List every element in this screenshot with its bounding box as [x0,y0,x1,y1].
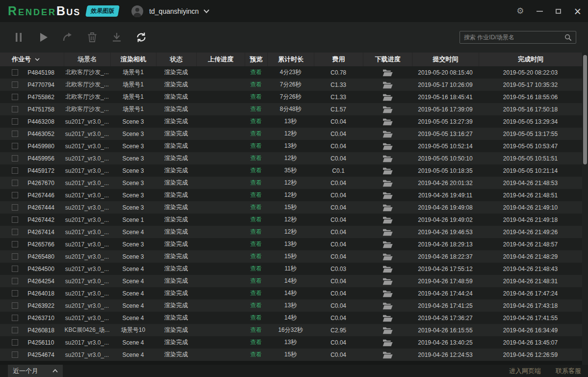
vertical-scrollbar[interactable] [582,53,588,365]
download-folder-button[interactable] [363,115,412,128]
row-checkbox[interactable] [12,69,18,76]
download-folder-button[interactable] [363,336,412,349]
preview-link[interactable]: 查看 [250,68,262,77]
preview-link[interactable]: 查看 [250,191,262,199]
maximize-button[interactable] [556,9,561,14]
download-folder-button[interactable] [363,250,412,263]
preview-link[interactable]: 查看 [250,93,262,101]
open-web-link[interactable]: 进入网页端 [509,367,541,376]
preview-link[interactable]: 查看 [250,265,262,273]
download-folder-button[interactable] [363,214,412,226]
download-folder-button[interactable] [363,189,412,201]
download-folder-button[interactable] [363,164,412,177]
row-checkbox[interactable] [12,216,18,223]
table-row[interactable]: P4265480su2017_vr3.0_...Scene 3渲染完成查看15秒… [0,250,582,263]
row-checkbox[interactable] [12,266,18,272]
download-folder-button[interactable] [363,324,412,336]
row-checkbox[interactable] [12,290,18,296]
download-folder-button[interactable] [363,312,412,324]
preview-link[interactable]: 查看 [250,117,262,126]
column-header[interactable]: 累计时长 [267,53,314,66]
preview-link[interactable]: 查看 [250,338,262,347]
table-row[interactable]: P4260818KBC展0426_场...场景号10渲染完成查看16分32秒C2… [0,324,582,336]
search-icon[interactable] [564,34,572,41]
pause-icon[interactable] [12,30,26,44]
trash-icon[interactable] [85,30,99,44]
table-row[interactable]: P4751758北欧客厅沙发_...场景号1渲染完成查看8分48秒C1.5720… [0,103,582,115]
minimize-button[interactable] [537,11,543,12]
column-header[interactable]: 上传进度 [196,53,245,66]
table-row[interactable]: P4463052su2017_vr3.0_...Scene 3渲染完成查看12秒… [0,128,582,140]
column-header[interactable]: 预览 [245,53,267,66]
table-row[interactable]: P4770794北欧客厅沙发_...场景号1渲染完成查看7分26秒C1.3320… [0,79,582,91]
redo-icon[interactable] [61,30,75,44]
column-header[interactable]: 场景名 [64,53,110,66]
preview-link[interactable]: 查看 [250,179,262,187]
download-folder-button[interactable] [363,152,412,164]
row-checkbox[interactable] [12,327,18,333]
table-row[interactable]: P4264018su2017_vr3.0_...Scene 4渲染完成查看14秒… [0,287,582,299]
table-row[interactable]: P4267670su2017_vr3.0_...Scene 3渲染完成查看12秒… [0,177,582,189]
download-folder-button[interactable] [363,275,412,287]
download-folder-button[interactable] [363,238,412,250]
column-header[interactable]: 渲染相机 [110,53,156,66]
row-checkbox[interactable] [12,241,18,247]
table-row[interactable]: P4267442su2017_vr3.0_...Scene 1渲染完成查看12秒… [0,214,582,226]
settings-gear-icon[interactable]: ⚙ [516,7,524,15]
preview-link[interactable]: 查看 [250,301,262,310]
preview-link[interactable]: 查看 [250,350,262,359]
download-folder-button[interactable] [363,287,412,299]
download-folder-button[interactable] [363,263,412,275]
preview-link[interactable]: 查看 [250,166,262,175]
table-row[interactable]: P4459956su2017_vr3.0_...Scene 3渲染完成查看12秒… [0,152,582,164]
table-row[interactable]: P4845198北欧客厅沙发_...场景号1渲染完成查看4分23秒C0.7820… [0,66,582,79]
download-folder-button[interactable] [363,66,412,79]
row-checkbox[interactable] [12,315,18,321]
contact-support-link[interactable]: 联系客服 [556,367,581,376]
preview-link[interactable]: 查看 [250,203,262,212]
download-folder-button[interactable] [363,91,412,103]
row-checkbox[interactable] [12,167,18,174]
user-menu[interactable]: td_quanshiyincn [131,5,209,17]
row-checkbox[interactable] [12,118,18,125]
table-row[interactable]: P4265766su2017_vr3.0_...Scene 3渲染完成查看13秒… [0,238,582,250]
row-checkbox[interactable] [12,192,18,198]
row-checkbox[interactable] [12,94,18,100]
row-checkbox[interactable] [12,81,18,88]
preview-link[interactable]: 查看 [250,130,262,138]
preview-link[interactable]: 查看 [250,215,262,224]
download-folder-button[interactable] [363,226,412,238]
row-checkbox[interactable] [12,106,18,112]
download-folder-button[interactable] [363,128,412,140]
row-checkbox[interactable] [12,180,18,186]
row-checkbox[interactable] [12,351,18,358]
preview-link[interactable]: 查看 [250,105,262,113]
row-checkbox[interactable] [12,302,18,309]
search-input[interactable] [464,34,564,41]
column-header[interactable]: 状态 [156,53,196,66]
download-folder-button[interactable] [363,201,412,214]
column-header[interactable]: 完成时间 [479,53,582,66]
table-row[interactable]: P4459172su2017_vr3.0_...Scene 3渲染完成查看35秒… [0,164,582,177]
table-row[interactable]: P4463208su2017_vr3.0_...Scene 3渲染完成查看13秒… [0,115,582,128]
column-header[interactable]: 下载进度 [363,53,412,66]
chevron-down-icon[interactable] [35,58,40,61]
date-range-select[interactable]: 近一个月 [8,365,63,377]
preview-link[interactable]: 查看 [250,154,262,162]
download-folder-button[interactable] [363,177,412,189]
download-folder-button[interactable] [363,103,412,115]
preview-link[interactable]: 查看 [250,81,262,89]
close-button[interactable]: × [574,6,581,16]
row-checkbox[interactable] [12,229,18,235]
preview-link[interactable]: 查看 [250,240,262,248]
column-header[interactable]: 费用 [314,53,363,66]
preview-link[interactable]: 查看 [250,277,262,285]
scrollbar-thumb[interactable] [583,55,587,164]
row-checkbox[interactable] [12,278,18,284]
row-checkbox[interactable] [12,204,18,211]
preview-link[interactable]: 查看 [250,228,262,236]
preview-link[interactable]: 查看 [250,142,262,150]
column-header[interactable]: 提交时间 [412,53,479,66]
preview-link[interactable]: 查看 [250,326,262,334]
download-folder-button[interactable] [363,299,412,312]
